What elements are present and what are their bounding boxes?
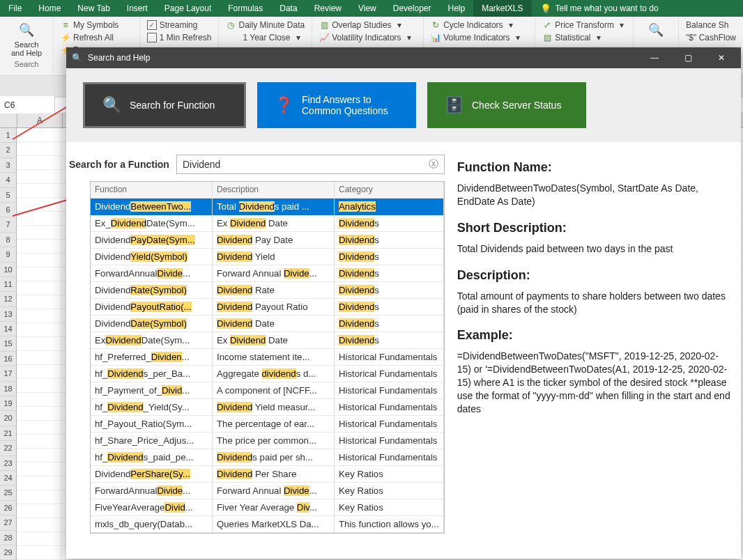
daily-minute-button[interactable]: ◷Daily Minute Data bbox=[224, 20, 306, 31]
tab-pagelayout[interactable]: Page Layout bbox=[156, 0, 220, 17]
search-input[interactable]: Dividend ⓧ bbox=[176, 155, 445, 174]
example-value: =DividendBetweenTwoDates("MSFT", 2019-12… bbox=[457, 350, 731, 415]
tab-marketxls[interactable]: MarketXLS bbox=[473, 0, 531, 17]
tab-developer[interactable]: Developer bbox=[385, 0, 440, 17]
transform-icon: ⤢ bbox=[542, 20, 552, 30]
tab-file[interactable]: File bbox=[0, 0, 30, 17]
list-icon: ≡ bbox=[61, 20, 70, 30]
tab-home[interactable]: Home bbox=[30, 0, 69, 17]
col-description[interactable]: Description bbox=[213, 182, 335, 199]
row-header[interactable]: 16 bbox=[0, 352, 17, 366]
table-row[interactable]: ForwardAnnualDivide...Forward Annual Div… bbox=[91, 483, 444, 499]
col-category[interactable]: Category bbox=[335, 182, 444, 199]
table-row[interactable]: hf_Share_Price_Adjus...The price per com… bbox=[91, 433, 444, 449]
maximize-button[interactable]: ▢ bbox=[674, 47, 702, 68]
row-header[interactable]: 9 bbox=[0, 247, 17, 262]
row-header[interactable]: 11 bbox=[0, 277, 17, 292]
cycle-button[interactable]: ↻Cycle Indicators▾ bbox=[429, 20, 529, 31]
table-row[interactable]: ForwardAnnualDivide...Forward Annual Div… bbox=[91, 265, 444, 282]
row-header[interactable]: 19 bbox=[0, 396, 17, 411]
statistical-button[interactable]: ▤Statistical▾ bbox=[541, 32, 627, 43]
col-function[interactable]: Function bbox=[91, 182, 213, 199]
tab-review[interactable]: Review bbox=[306, 0, 350, 17]
col-header-a[interactable]: A bbox=[17, 114, 63, 127]
table-row[interactable]: DividendBetweenTwo...Total Dividends pai… bbox=[91, 199, 444, 215]
table-row[interactable]: Ex_DividendDate(Sym...Ex Dividend DateDi… bbox=[91, 215, 444, 232]
row-header[interactable]: 3 bbox=[0, 158, 17, 173]
row-header[interactable]: 23 bbox=[0, 456, 17, 471]
table-row[interactable]: DividendYield(Symbol)Dividend YieldDivid… bbox=[91, 249, 444, 265]
streaming-toggle[interactable]: ✓Streaming bbox=[146, 20, 213, 31]
tab-help[interactable]: Help bbox=[439, 0, 473, 17]
find-answers-button[interactable]: ❓ Find Answers to Common Questions bbox=[257, 82, 416, 128]
row-header[interactable]: 14 bbox=[0, 322, 17, 336]
row-header[interactable]: 10 bbox=[0, 263, 17, 277]
row-header[interactable]: 25 bbox=[0, 485, 17, 500]
balance-sheet-button[interactable]: Balance Sh bbox=[684, 20, 737, 31]
row-header[interactable]: 1 bbox=[0, 128, 17, 143]
volume-button[interactable]: 📊Volume Indicators▾ bbox=[429, 32, 529, 43]
table-row[interactable]: FiveYearAverageDivid...Fiver Year Averag… bbox=[91, 499, 444, 516]
chevron-down-icon: ▾ bbox=[296, 33, 300, 42]
table-row[interactable]: DividendPayDate(Sym...Dividend Pay DateD… bbox=[91, 232, 444, 249]
tab-formulas[interactable]: Formulas bbox=[220, 0, 271, 17]
row-header[interactable]: 7 bbox=[0, 217, 17, 232]
search-for-function-button[interactable]: 🔍 Search for Function bbox=[83, 82, 246, 128]
dialog-titlebar[interactable]: 🔍 Search and Help — ▢ ✕ bbox=[66, 47, 741, 68]
overlap-studies-button[interactable]: ▥Overlap Studies▾ bbox=[318, 20, 418, 31]
table-row[interactable]: hf_Payout_Ratio(Sym...The percentage of … bbox=[91, 416, 444, 433]
table-row[interactable]: DividendPayoutRatio(...Dividend Payout R… bbox=[91, 299, 444, 316]
row-header[interactable]: 8 bbox=[0, 233, 17, 247]
table-row[interactable]: hf_Dividend_Yield(Sy...Dividend Yield me… bbox=[91, 399, 444, 416]
overlap-icon: ▥ bbox=[319, 20, 329, 30]
tab-data[interactable]: Data bbox=[271, 0, 305, 17]
table-row[interactable]: hf_Payment_of_Divid...A component of [NC… bbox=[91, 382, 444, 399]
row-header[interactable]: 2 bbox=[0, 143, 17, 157]
row-header[interactable]: 18 bbox=[0, 382, 17, 396]
table-row[interactable]: hf_Dividends_paid_pe...Dividends paid pe… bbox=[91, 449, 444, 466]
row-header[interactable]: 27 bbox=[0, 515, 17, 530]
row-header[interactable]: 21 bbox=[0, 426, 17, 441]
clear-icon[interactable]: ⓧ bbox=[429, 158, 438, 171]
row-header[interactable]: 13 bbox=[0, 307, 17, 322]
row-header[interactable]: 28 bbox=[0, 531, 17, 545]
price-transform-button[interactable]: ⤢Price Transform▾ bbox=[541, 20, 627, 31]
table-row[interactable]: ExDividendDate(Sym...Ex Dividend DateDiv… bbox=[91, 332, 444, 349]
year-close-button[interactable]: 1 Year Close▾ bbox=[241, 32, 306, 43]
row-header[interactable]: 12 bbox=[0, 292, 17, 306]
row-header[interactable]: 29 bbox=[0, 545, 17, 560]
tab-newtab[interactable]: New Tab bbox=[69, 0, 118, 17]
ribbon-magnifier-button[interactable]: 🔍 bbox=[639, 20, 673, 40]
table-row[interactable]: mxls_db_query(Datab...Queries MarketXLS … bbox=[91, 516, 444, 533]
volatility-button[interactable]: 📈Volatility Indicators▾ bbox=[318, 32, 418, 43]
search-and-help-button[interactable]: 🔍 Search and Help bbox=[6, 20, 47, 57]
refresh-all-button[interactable]: ⚡Refresh All bbox=[59, 32, 134, 43]
table-row[interactable]: DividendDate(Symbol)Dividend DateDividen… bbox=[91, 316, 444, 332]
check-server-status-button[interactable]: 🗄️ Check Server Status bbox=[427, 82, 586, 128]
tell-me-search[interactable]: 💡 Tell me what you want to do bbox=[532, 0, 667, 17]
close-button[interactable]: ✕ bbox=[707, 47, 735, 68]
minimize-button[interactable]: — bbox=[641, 47, 668, 68]
table-row[interactable]: hf_Preferred_Dividen...Income statement … bbox=[91, 349, 444, 366]
table-row[interactable]: DividendPerShare(Sy...Dividend Per Share… bbox=[91, 466, 444, 483]
tell-me-label: Tell me what you want to do bbox=[556, 3, 659, 13]
table-row[interactable]: DividendRate(Symbol)Dividend RateDividen… bbox=[91, 282, 444, 299]
cashflow-button[interactable]: "$" CashFlow bbox=[684, 32, 737, 43]
min-refresh-toggle[interactable]: 1 Min Refresh bbox=[146, 32, 213, 43]
row-header[interactable]: 20 bbox=[0, 411, 17, 426]
table-row[interactable]: hf_Dividends_per_Ba...Aggregate dividend… bbox=[91, 366, 444, 382]
my-symbols-button[interactable]: ≡My Symbols bbox=[59, 20, 134, 31]
tab-insert[interactable]: Insert bbox=[118, 0, 156, 17]
name-box[interactable]: C6 bbox=[0, 96, 55, 114]
volatility-icon: 📈 bbox=[319, 33, 329, 42]
row-header[interactable]: 15 bbox=[0, 336, 17, 351]
row-header[interactable]: 4 bbox=[0, 173, 17, 187]
tab-view[interactable]: View bbox=[350, 0, 385, 17]
row-header[interactable]: 22 bbox=[0, 441, 17, 456]
row-header[interactable]: 5 bbox=[0, 188, 17, 203]
row-header[interactable]: 6 bbox=[0, 203, 17, 217]
row-header[interactable]: 26 bbox=[0, 501, 17, 515]
row-header[interactable]: 24 bbox=[0, 471, 17, 485]
row-header[interactable]: 17 bbox=[0, 366, 17, 381]
app-icon: 🔍 bbox=[72, 53, 82, 63]
